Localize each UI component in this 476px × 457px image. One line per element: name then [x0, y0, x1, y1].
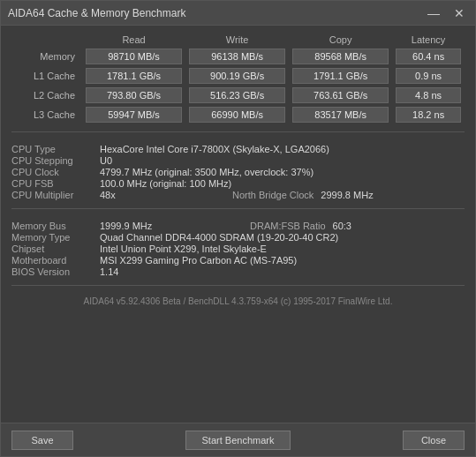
- copy-value: 1791.1 GB/s: [292, 68, 389, 84]
- chipset-row: Chipset Intel Union Point X299, Intel Sk…: [11, 243, 465, 254]
- cpu-clock-value: 4799.7 MHz (original: 3500 MHz, overcloc…: [100, 167, 314, 177]
- copy-value: 763.61 GB/s: [292, 87, 389, 103]
- row-copy: 1791.1 GB/s: [289, 66, 392, 86]
- row-read: 59947 MB/s: [82, 105, 185, 124]
- row-write: 516.23 GB/s: [185, 86, 289, 105]
- save-button[interactable]: Save: [11, 431, 73, 450]
- row-label: L3 Cache: [11, 105, 82, 124]
- bios-row: BIOS Version 1.14: [11, 266, 465, 277]
- row-latency: 18.2 ns: [392, 105, 465, 124]
- row-write: 96138 MB/s: [185, 47, 289, 66]
- table-row: Memory 98710 MB/s 96138 MB/s 89568 MB/s …: [11, 47, 465, 66]
- motherboard-row: Motherboard MSI X299 Gaming Pro Carbon A…: [11, 255, 465, 266]
- latency-value: 60.4 ns: [396, 49, 461, 64]
- start-benchmark-button[interactable]: Start Benchmark: [185, 431, 291, 450]
- footer-text: AIDA64 v5.92.4306 Beta / BenchDLL 4.3.75…: [11, 296, 465, 306]
- latency-value: 4.8 ns: [396, 87, 461, 103]
- cpu-multiplier-label: CPU Multiplier: [11, 190, 100, 200]
- write-value: 96138 MB/s: [189, 49, 285, 64]
- memory-type-label: Memory Type: [11, 232, 100, 243]
- window-title: AIDA64 Cache & Memory Benchmark: [8, 7, 185, 19]
- row-read: 98710 MB/s: [82, 47, 185, 66]
- nb-clock-value: 2999.8 MHz: [321, 190, 373, 200]
- bottom-bar: Save Start Benchmark Close: [1, 423, 475, 456]
- memory-type-row: Memory Type Quad Channel DDR4-4000 SDRAM…: [11, 232, 465, 243]
- write-value: 516.23 GB/s: [189, 87, 285, 103]
- cpu-type-value: HexaCore Intel Core i7-7800X (Skylake-X,…: [100, 144, 329, 154]
- latency-value: 0.9 ns: [396, 68, 461, 84]
- row-label: Memory: [11, 47, 82, 66]
- row-copy: 763.61 GB/s: [289, 86, 392, 105]
- cpu-info-section: CPU Type HexaCore Intel Core i7-7800X (S…: [11, 143, 465, 201]
- chipset-value: Intel Union Point X299, Intel Skylake-E: [100, 243, 267, 254]
- col-header-write: Write: [185, 33, 289, 47]
- copy-value: 83517 MB/s: [292, 107, 389, 123]
- nb-clock-label: North Bridge Clock: [232, 190, 314, 200]
- col-header-label: [11, 33, 82, 47]
- row-read: 793.80 GB/s: [82, 86, 185, 105]
- divider-3: [11, 285, 465, 286]
- bios-value: 1.14: [100, 266, 118, 277]
- row-write: 66990 MB/s: [185, 105, 289, 124]
- row-label: L2 Cache: [11, 86, 82, 105]
- copy-value: 89568 MB/s: [292, 49, 389, 64]
- table-row: L3 Cache 59947 MB/s 66990 MB/s 83517 MB/…: [11, 105, 465, 124]
- row-latency: 60.4 ns: [392, 47, 465, 66]
- row-copy: 83517 MB/s: [289, 105, 392, 124]
- dram-fsb-label: DRAM:FSB Ratio: [250, 221, 326, 231]
- read-value: 1781.1 GB/s: [86, 68, 182, 84]
- row-write: 900.19 GB/s: [185, 66, 289, 86]
- minimize-button[interactable]: —: [424, 5, 443, 21]
- row-label: L1 Cache: [11, 66, 82, 86]
- close-window-button[interactable]: ✕: [450, 5, 468, 21]
- main-window: AIDA64 Cache & Memory Benchmark — ✕ Read…: [0, 0, 476, 457]
- write-value: 900.19 GB/s: [189, 68, 285, 84]
- motherboard-value: MSI X299 Gaming Pro Carbon AC (MS-7A95): [100, 255, 297, 266]
- dram-fsb-value: 60:3: [333, 221, 351, 231]
- cpu-type-row: CPU Type HexaCore Intel Core i7-7800X (S…: [11, 144, 465, 154]
- window-controls: — ✕: [424, 5, 468, 21]
- write-value: 66990 MB/s: [189, 107, 285, 123]
- col-header-read: Read: [82, 33, 185, 47]
- cpu-multiplier-value: 48x: [100, 190, 206, 200]
- cpu-stepping-row: CPU Stepping U0: [11, 155, 465, 166]
- latency-value: 18.2 ns: [396, 107, 461, 123]
- bios-label: BIOS Version: [11, 266, 100, 277]
- memory-bus-row: Memory Bus 1999.9 MHz DRAM:FSB Ratio 60:…: [11, 221, 465, 231]
- row-latency: 4.8 ns: [392, 86, 465, 105]
- read-value: 793.80 GB/s: [86, 87, 182, 103]
- close-button[interactable]: Close: [403, 431, 465, 450]
- cpu-fsb-label: CPU FSB: [11, 178, 100, 189]
- row-latency: 0.9 ns: [392, 66, 465, 86]
- col-header-latency: Latency: [392, 33, 465, 47]
- read-value: 59947 MB/s: [86, 107, 182, 123]
- cpu-stepping-label: CPU Stepping: [11, 155, 100, 166]
- memory-bus-value: 1999.9 MHz: [100, 221, 232, 231]
- cpu-clock-row: CPU Clock 4799.7 MHz (original: 3500 MHz…: [11, 167, 465, 177]
- cpu-multiplier-row: CPU Multiplier 48x North Bridge Clock 29…: [11, 190, 465, 200]
- divider-2: [11, 208, 465, 209]
- table-row: L2 Cache 793.80 GB/s 516.23 GB/s 763.61 …: [11, 86, 465, 105]
- memory-bus-label: Memory Bus: [11, 221, 100, 231]
- col-header-copy: Copy: [289, 33, 392, 47]
- cpu-fsb-row: CPU FSB 100.0 MHz (original: 100 MHz): [11, 178, 465, 189]
- table-row: L1 Cache 1781.1 GB/s 900.19 GB/s 1791.1 …: [11, 66, 465, 86]
- benchmark-table: Read Write Copy Latency Memory 98710 MB/…: [11, 33, 465, 124]
- motherboard-label: Motherboard: [11, 255, 100, 266]
- memory-type-value: Quad Channel DDR4-4000 SDRAM (19-20-20-4…: [100, 232, 338, 243]
- chipset-label: Chipset: [11, 243, 100, 254]
- table-header-row: Read Write Copy Latency: [11, 33, 465, 47]
- title-bar: AIDA64 Cache & Memory Benchmark — ✕: [1, 1, 475, 26]
- cpu-clock-label: CPU Clock: [11, 167, 100, 177]
- row-copy: 89568 MB/s: [289, 47, 392, 66]
- cpu-type-label: CPU Type: [11, 144, 100, 154]
- divider-1: [11, 131, 465, 132]
- memory-info-section: Memory Bus 1999.9 MHz DRAM:FSB Ratio 60:…: [11, 220, 465, 278]
- read-value: 98710 MB/s: [86, 49, 182, 64]
- cpu-stepping-value: U0: [100, 155, 112, 166]
- content-area: Read Write Copy Latency Memory 98710 MB/…: [1, 26, 475, 423]
- cpu-fsb-value: 100.0 MHz (original: 100 MHz): [100, 178, 231, 189]
- row-read: 1781.1 GB/s: [82, 66, 185, 86]
